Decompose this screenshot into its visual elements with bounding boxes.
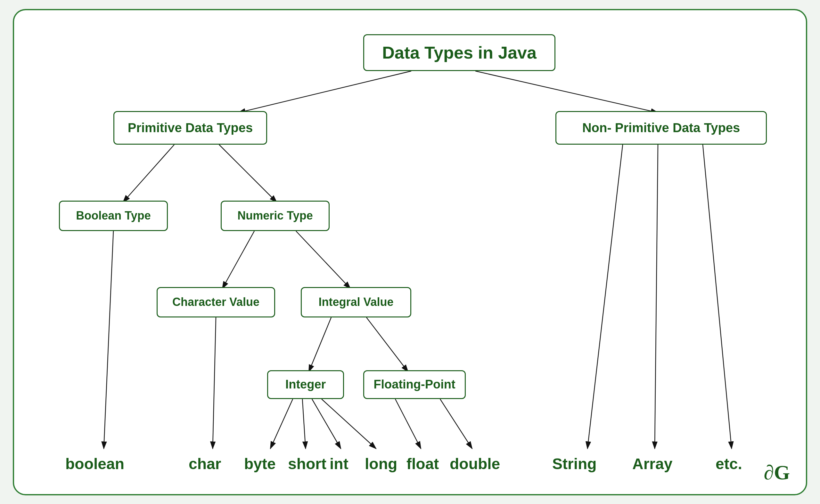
numeric-type-node: Numeric Type [221,201,330,231]
float-leaf: float [406,455,439,473]
svg-line-16 [440,399,472,449]
svg-line-2 [475,71,658,113]
svg-line-19 [703,145,732,449]
svg-line-9 [104,231,113,449]
svg-line-8 [366,317,408,372]
character-value-node: Character Value [157,287,275,317]
etc-leaf: etc. [716,455,742,473]
svg-line-17 [587,145,623,449]
svg-line-12 [302,399,306,449]
diagram-container: Data Types in Java Primitive Data Types … [13,9,807,495]
svg-line-5 [222,231,254,289]
boolean-leaf: boolean [65,455,124,473]
svg-line-13 [312,399,341,449]
short-leaf: short [288,455,326,473]
integral-value-node: Integral Value [301,287,411,317]
svg-line-6 [296,231,350,289]
connector-lines [14,10,806,494]
floating-point-node: Floating-Point [363,370,466,399]
char-leaf: char [189,455,221,473]
root-node: Data Types in Java [363,34,555,71]
svg-line-10 [213,317,216,449]
byte-leaf: byte [244,455,276,473]
svg-line-1 [238,71,411,113]
double-leaf: double [450,455,500,473]
int-leaf: int [330,455,349,473]
string-leaf: String [552,455,597,473]
non-primitive-node: Non- Primitive Data Types [555,111,767,145]
boolean-type-node: Boolean Type [59,201,168,231]
svg-line-14 [322,399,376,449]
svg-line-15 [395,399,421,449]
primitive-node: Primitive Data Types [113,111,267,145]
svg-line-3 [123,145,174,202]
gfg-logo: ∂G [764,461,790,484]
array-leaf: Array [632,455,672,473]
svg-line-4 [219,145,277,202]
svg-line-11 [270,399,293,449]
integer-node: Integer [267,370,344,399]
svg-line-18 [655,145,658,449]
svg-line-7 [309,317,331,372]
long-leaf: long [365,455,397,473]
